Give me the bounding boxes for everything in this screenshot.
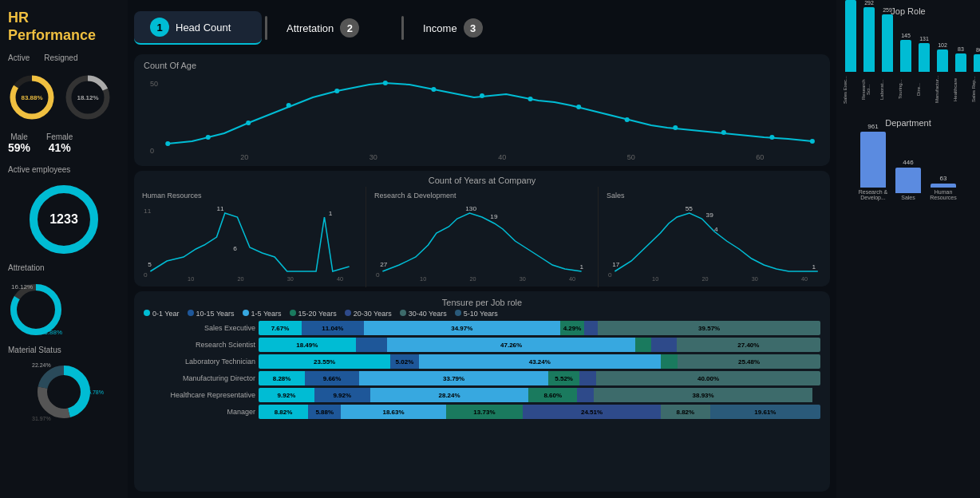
svg-point-26	[480, 93, 484, 98]
job-role-bar-col: 83Healthcare	[953, 46, 969, 105]
svg-text:10: 10	[652, 276, 658, 281]
sales-mini-chart: Sales 0 10 20 30 40 55 39 17 4 1	[599, 187, 830, 287]
job-role-bar	[955, 53, 966, 72]
svg-text:50: 50	[150, 80, 158, 88]
svg-text:10: 10	[188, 276, 194, 281]
male-label: Male	[8, 132, 30, 141]
sidebar: HR Performance Active Resigned 83.88% 18…	[0, 0, 128, 498]
count-years-card: Count of Years at Company Human Resource…	[134, 171, 830, 287]
female-label: Female	[46, 132, 73, 141]
svg-text:19: 19	[490, 213, 498, 220]
svg-text:130: 130	[465, 205, 476, 212]
tab2-num: 2	[340, 18, 359, 38]
svg-text:20: 20	[701, 276, 708, 281]
count-years-title: Count of Years at Company	[134, 176, 830, 185]
svg-text:60: 60	[756, 153, 764, 160]
tenure-row: Manufacturing Director8.28%9.66%33.79%5.…	[144, 371, 820, 385]
tenure-row: Laboratory Technician23.55%5.02%43.24%25…	[144, 354, 820, 369]
main-content: 1 Head Count Attretation 2 Income 3 Coun…	[128, 0, 836, 498]
count-of-age-chart: 50 0 20 30 40 50 60	[144, 73, 820, 160]
attrition-label: Attretation	[8, 263, 120, 272]
svg-text:20: 20	[469, 276, 476, 281]
job-role-bar-col: 80Sales Rep...	[971, 47, 980, 105]
tab-divider-1	[265, 16, 267, 40]
job-role-bar	[882, 14, 893, 72]
job-role-bar	[919, 43, 930, 72]
svg-text:11: 11	[216, 205, 224, 212]
svg-text:30: 30	[520, 276, 526, 281]
hr-line-chart: 0 11 10 20 30 40 11 6 5 1	[142, 201, 358, 281]
material-status-label: Material Status	[8, 346, 120, 354]
svg-point-23	[334, 89, 339, 93]
sales-line-chart: 0 10 20 30 40 55 39 17 4 1	[607, 201, 822, 281]
hr-dept-label: Human Resources	[142, 192, 358, 200]
job-role-bar-col: 145Touring...	[898, 33, 914, 105]
tab-income[interactable]: Income 3	[407, 12, 535, 44]
active-count: 1233	[49, 212, 78, 227]
svg-text:1: 1	[812, 263, 816, 271]
tab-divider-2	[401, 16, 404, 40]
job-role-chart: 326Sales Exec...292Research Sci...259Lab…	[843, 26, 974, 105]
svg-point-24	[383, 81, 388, 85]
tab1-label: Head Count	[176, 22, 231, 34]
svg-point-21	[246, 121, 251, 125]
resigned-label: Resigned	[44, 53, 77, 62]
job-role-bar	[863, 7, 875, 72]
dept-chart: 961Research & Develop...446Sales63Human …	[843, 137, 974, 201]
count-of-age-title: Count Of Age	[144, 61, 820, 70]
job-role-bar-col: 102Manufactur...	[935, 42, 950, 105]
svg-text:17: 17	[612, 261, 620, 268]
svg-text:0: 0	[608, 271, 612, 279]
svg-text:0: 0	[376, 271, 380, 279]
svg-text:30: 30	[369, 153, 377, 160]
svg-point-31	[721, 130, 726, 135]
tenure-row: Sales Executive7.67%11.04%34.97%4.29%39.…	[144, 321, 820, 335]
job-role-bar-col: 131Dire...	[916, 36, 932, 105]
tab-head-count[interactable]: 1 Head Count	[134, 11, 262, 45]
tab3-label: Income	[423, 22, 457, 34]
job-role-bar-col: 259Laborat...	[879, 7, 895, 105]
svg-point-22	[286, 103, 291, 108]
svg-text:20: 20	[237, 276, 243, 281]
job-role-bar	[845, 0, 856, 72]
svg-point-28	[576, 105, 581, 109]
count-of-age-card: Count Of Age 50 0 20 30 40 50 60	[134, 54, 830, 166]
svg-point-29	[625, 117, 630, 122]
svg-text:6: 6	[233, 245, 237, 252]
svg-point-25	[431, 87, 436, 92]
svg-text:40: 40	[498, 153, 506, 160]
material-donut: 22.24% 31.97% 45.78%	[32, 364, 96, 420]
hr-mini-chart: Human Resources 0 11 10 20 30 40 11 6 5 …	[134, 187, 366, 287]
right-panel: Jop Role 326Sales Exec...292Research Sci…	[836, 0, 980, 498]
female-pct: 41%	[46, 141, 73, 154]
svg-point-32	[769, 135, 774, 140]
male-pct: 59%	[8, 141, 30, 154]
tenure-row: Manager8.82%5.88%18.63%13.73%24.51%8.82%…	[144, 405, 820, 419]
tenure-card: Tensure per Job role 0-1 Year 10-15 Year…	[134, 291, 830, 492]
active-label: Active	[8, 53, 30, 62]
tab1-num: 1	[150, 18, 169, 37]
rd-line-chart: 0 10 20 30 40 130 27 19 1	[374, 201, 590, 281]
dept-bar-col: 446Sales	[895, 159, 921, 201]
resigned-donut: 18.12%	[64, 73, 112, 121]
job-role-bar	[974, 54, 980, 72]
svg-text:40: 40	[801, 276, 808, 281]
job-role-bar-col: 326Sales Exec...	[843, 0, 859, 105]
attr-outer-pct: 83.88%	[41, 329, 62, 336]
svg-text:1: 1	[580, 263, 584, 271]
tab-attrition[interactable]: Attretation 2	[271, 12, 398, 44]
sales-dept-label: Sales	[607, 192, 822, 200]
tenure-title: Tensure per Job role	[144, 298, 820, 307]
active-donut: 83.88%	[8, 73, 56, 121]
svg-text:20: 20	[240, 153, 248, 160]
rd-dept-label: Research & Development	[374, 192, 590, 200]
resigned-pct: 18.12%	[77, 94, 98, 101]
tenure-row: Research Scientist18.49%47.26%27.40%	[144, 338, 820, 352]
dept-bar	[895, 168, 921, 193]
svg-point-30	[673, 125, 678, 130]
dept-bar	[860, 132, 886, 188]
active-employees-donut: 1233	[28, 184, 100, 255]
mat2: 45.78%	[85, 389, 104, 395]
tabs-row: 1 Head Count Attretation 2 Income 3	[134, 6, 830, 49]
svg-text:27: 27	[380, 261, 388, 268]
